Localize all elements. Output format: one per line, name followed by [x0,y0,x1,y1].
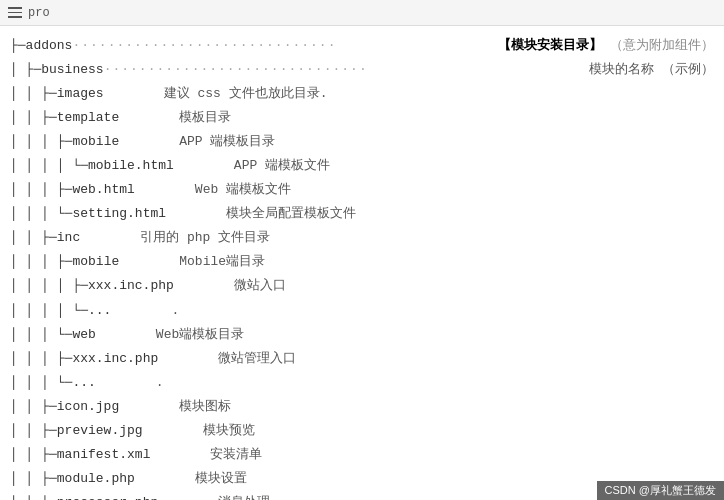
tree-row: │ │ ├─ images建议 css 文件也放此目录. [10,82,714,106]
tree-prefix: │ │ ├─ [10,467,57,491]
tree-prefix: │ │ │ │ ├─ [10,274,88,298]
file-name: setting.html [72,202,166,226]
tree-row: │ │ │ │ └─ mobile.htmlAPP 端模板文件 [10,154,714,178]
tree-comment: APP 端模板目录 [179,130,275,154]
bottom-label: CSDN @厚礼蟹王德发 [597,481,724,500]
tree-prefix: │ │ │ └─ [10,202,72,226]
file-name: icon.jpg [57,395,119,419]
tree-prefix: │ │ │ └─ [10,371,72,395]
tree-comment: 模块预览 [203,419,255,443]
file-name: module.php [57,467,135,491]
tree-comment: 引用的 php 文件目录 [140,226,270,250]
file-name: web.html [72,178,134,202]
tree-row: │ │ ├─ manifest.xml安装清单 [10,443,714,467]
tree-comment: Web 端模板文件 [195,178,291,202]
tree-comment: . [156,371,164,395]
file-name: mobile [72,250,119,274]
tree-row: │ │ │ ├─ mobileMobile端目录 [10,250,714,274]
tree-row: │ │ ├─ template模板目录 [10,106,714,130]
tree-comment: 安装清单 [210,443,262,467]
file-name: xxx.inc.php [72,347,158,371]
tree-prefix: │ ├─ [10,58,41,82]
file-name: mobile [72,130,119,154]
tree-prefix: │ │ ├─ [10,419,57,443]
tree-prefix: │ │ ├─ [10,226,57,250]
top-bar: pro [0,0,724,26]
file-name: images [57,82,104,106]
file-name: business [41,58,103,82]
file-name: xxx.inc.php [88,274,174,298]
file-name: mobile.html [88,154,174,178]
tree-comment: Mobile端目录 [179,250,265,274]
tree-row: │ │ │ │ ├─ xxx.inc.php微站入口 [10,274,714,298]
tree-comment: . [171,299,179,323]
tree-comment: 建议 css 文件也放此目录. [164,82,328,106]
tree-row: │ ├─ business ··························… [10,58,714,82]
tree-content: ├─ addons ······························… [0,26,724,500]
file-name: inc [57,226,80,250]
tree-comment: Web端模板目录 [156,323,244,347]
tree-row: │ │ ├─ icon.jpg模块图标 [10,395,714,419]
tree-prefix: │ │ ├─ [10,395,57,419]
tree-prefix: │ │ │ │ └─ [10,154,88,178]
tree-prefix: │ │ ├─ [10,491,57,500]
tree-row: │ │ │ │ └─ .... [10,299,714,323]
tree-comment: 消息处理 [218,491,270,500]
tree-comment: APP 端模板文件 [234,154,330,178]
file-name: preview.jpg [57,419,143,443]
tree-row: ├─ addons ······························… [10,34,714,58]
tree-row: │ │ │ ├─ web.htmlWeb 端模板文件 [10,178,714,202]
hamburger-icon[interactable] [8,7,22,18]
tree-prefix: │ │ │ │ └─ [10,299,88,323]
tree-comment: 模块图标 [179,395,231,419]
tree-comment: 微站入口 [234,274,286,298]
tree-prefix: │ │ │ └─ [10,323,72,347]
dots-separator: ······························ [104,58,590,82]
tree-prefix: │ │ │ ├─ [10,130,72,154]
file-name: ... [72,371,95,395]
file-name: web [72,323,95,347]
tree-row: │ │ │ └─ webWeb端模板目录 [10,323,714,347]
tree-row: │ │ │ └─ setting.html模块全局配置模板文件 [10,202,714,226]
tree-comment: 模块的名称 （示例） [589,58,714,82]
tree-comment: 模板目录 [179,106,231,130]
tree-prefix: │ │ │ ├─ [10,250,72,274]
file-name: processor.php [57,491,158,500]
tree-row: │ │ ├─ inc引用的 php 文件目录 [10,226,714,250]
file-name: template [57,106,119,130]
tree-row: │ │ │ └─ .... [10,371,714,395]
tree-comment: 微站管理入口 [218,347,296,371]
tree-row: │ │ ├─ preview.jpg模块预览 [10,419,714,443]
file-name: addons [26,34,73,58]
file-name: manifest.xml [57,443,151,467]
file-name: ... [88,299,111,323]
tree-prefix: │ │ ├─ [10,443,57,467]
tree-prefix: ├─ [10,34,26,58]
tree-prefix: │ │ │ ├─ [10,347,72,371]
tree-prefix: │ │ ├─ [10,106,57,130]
tree-comment: 【模块安装目录】 （意为附加组件） [498,34,714,58]
tree-row: │ │ │ ├─ xxx.inc.php微站管理入口 [10,347,714,371]
tree-row: │ │ │ ├─ mobileAPP 端模板目录 [10,130,714,154]
tree-comment: 模块设置 [195,467,247,491]
tree-prefix: │ │ │ ├─ [10,178,72,202]
dots-separator: ······························ [72,34,498,58]
tree-prefix: │ │ ├─ [10,82,57,106]
tree-comment: 模块全局配置模板文件 [226,202,356,226]
top-title: pro [28,6,50,20]
